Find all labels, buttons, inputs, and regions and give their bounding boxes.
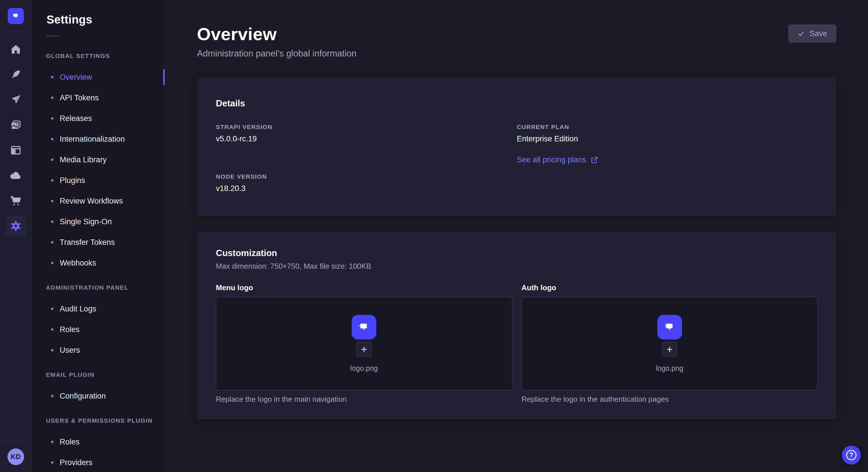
sidebar-item-audit-logs[interactable]: Audit Logs bbox=[32, 299, 164, 319]
sidebar-item-label: API Tokens bbox=[60, 94, 99, 102]
auth-logo-upload: Auth logo + logo.png Replace the logo bbox=[522, 283, 818, 404]
details-right-column: CURRENT PLAN Enterprise Edition See all … bbox=[517, 124, 818, 193]
workspace-logo[interactable] bbox=[0, 0, 31, 32]
sidebar-item-label: Review Workflows bbox=[60, 197, 123, 206]
sidebar-item-email-configuration[interactable]: Configuration bbox=[32, 386, 164, 406]
auth-logo-label: Auth logo bbox=[522, 283, 818, 292]
images-icon[interactable] bbox=[5, 115, 26, 135]
strapi-version-label: STRAPI VERSION bbox=[216, 124, 517, 131]
customization-card-subtitle: Max dimension: 750×750, Max file size: 1… bbox=[216, 262, 818, 271]
menu-logo-label: Menu logo bbox=[216, 283, 513, 292]
sidebar-item-label: Media Library bbox=[60, 156, 107, 164]
active-indicator bbox=[163, 69, 164, 85]
details-card-title: Details bbox=[216, 98, 818, 109]
cart-icon[interactable] bbox=[5, 191, 26, 211]
sidebar-item-single-sign-on[interactable]: Single Sign-On bbox=[32, 211, 164, 232]
strapi-logo-icon bbox=[352, 315, 376, 339]
sidebar-item-label: Providers bbox=[60, 458, 92, 467]
pricing-plans-link-label: See all pricing plans bbox=[517, 156, 586, 164]
user-section: KD bbox=[0, 441, 31, 472]
bullet-icon bbox=[51, 262, 53, 264]
node-version-value: v18.20.3 bbox=[216, 184, 517, 193]
auth-logo-dropzone[interactable]: + logo.png bbox=[522, 297, 818, 390]
page-title: Overview bbox=[197, 25, 356, 43]
sidebar-item-label: Single Sign-On bbox=[60, 217, 112, 226]
sidebar-item-releases[interactable]: Releases bbox=[32, 108, 164, 129]
bullet-icon bbox=[51, 76, 53, 78]
sidebar-item-label: Overview bbox=[60, 73, 92, 82]
current-plan-field: CURRENT PLAN Enterprise Edition bbox=[517, 124, 818, 143]
details-left-column: STRAPI VERSION v5.0.0-rc.19 NODE VERSION… bbox=[216, 124, 517, 193]
section-label-global-settings: GLOBAL SETTINGS bbox=[46, 53, 164, 59]
strapi-version-value: v5.0.0-rc.19 bbox=[216, 134, 517, 143]
sidebar-item-admin-users[interactable]: Users bbox=[32, 340, 164, 361]
sidebar-item-media-library[interactable]: Media Library bbox=[32, 149, 164, 170]
plus-icon: + bbox=[361, 344, 367, 355]
sidebar-item-api-tokens[interactable]: API Tokens bbox=[32, 88, 164, 108]
sidebar-item-review-workflows[interactable]: Review Workflows bbox=[32, 191, 164, 211]
send-icon[interactable] bbox=[5, 90, 26, 110]
page-header: Overview Administration panel’s global i… bbox=[197, 25, 836, 59]
gear-icon[interactable] bbox=[5, 216, 26, 236]
add-logo-button[interactable]: + bbox=[662, 342, 677, 357]
sidebar-item-label: Users bbox=[60, 346, 80, 355]
bullet-icon bbox=[51, 441, 53, 443]
node-version-field: NODE VERSION v18.20.3 bbox=[216, 173, 517, 193]
sidebar-title: Settings bbox=[46, 13, 164, 26]
menu-logo-upload: Menu logo + logo.png Replace the logo bbox=[216, 283, 513, 404]
sidebar-item-transfer-tokens[interactable]: Transfer Tokens bbox=[32, 232, 164, 252]
home-icon[interactable] bbox=[5, 39, 26, 60]
sidebar-item-label: Audit Logs bbox=[60, 305, 96, 313]
layout-icon[interactable] bbox=[5, 140, 26, 161]
sidebar-item-label: Transfer Tokens bbox=[60, 238, 115, 247]
strapi-version-field: STRAPI VERSION v5.0.0-rc.19 bbox=[216, 124, 517, 143]
bullet-icon bbox=[51, 328, 53, 331]
bullet-icon bbox=[51, 200, 53, 202]
bullet-icon bbox=[51, 241, 53, 243]
bullet-icon bbox=[51, 349, 53, 351]
main-content: Overview Administration panel’s global i… bbox=[165, 0, 868, 472]
section-label-users-permissions-plugin: USERS & PERMISSIONS PLUGIN bbox=[46, 417, 164, 424]
sidebar-item-up-roles[interactable]: Roles bbox=[32, 432, 164, 452]
help-button[interactable]: ? bbox=[842, 446, 861, 465]
save-button[interactable]: Save bbox=[788, 25, 836, 42]
bullet-icon bbox=[51, 461, 53, 464]
auth-logo-caption: Replace the logo in the authentication p… bbox=[522, 395, 818, 404]
menu-logo-dropzone[interactable]: + logo.png bbox=[216, 297, 513, 390]
sidebar-item-plugins[interactable]: Plugins bbox=[32, 170, 164, 191]
sidebar-item-up-providers[interactable]: Providers bbox=[32, 452, 164, 472]
strapi-logo-icon bbox=[8, 8, 24, 24]
pricing-plans-link[interactable]: See all pricing plans bbox=[517, 156, 598, 164]
current-plan-label: CURRENT PLAN bbox=[517, 124, 818, 131]
sidebar-item-admin-roles[interactable]: Roles bbox=[32, 319, 164, 340]
check-icon bbox=[797, 30, 805, 37]
cloud-icon[interactable] bbox=[5, 165, 26, 186]
administration-panel-list: Audit Logs Roles Users bbox=[32, 299, 164, 361]
user-avatar[interactable]: KD bbox=[7, 448, 24, 465]
section-label-administration-panel: ADMINISTRATION PANEL bbox=[46, 284, 164, 291]
details-grid: STRAPI VERSION v5.0.0-rc.19 NODE VERSION… bbox=[216, 124, 818, 193]
sidebar-item-label: Releases bbox=[60, 114, 92, 123]
bullet-icon bbox=[51, 138, 53, 140]
sidebar-item-label: Internationalization bbox=[60, 135, 125, 144]
sidebar-item-label: Webhooks bbox=[60, 259, 96, 268]
icon-rail: KD bbox=[0, 0, 32, 472]
feather-icon[interactable] bbox=[5, 64, 26, 85]
save-button-label: Save bbox=[809, 29, 827, 38]
sidebar-item-webhooks[interactable]: Webhooks bbox=[32, 252, 164, 273]
sidebar-item-internationalization[interactable]: Internationalization bbox=[32, 129, 164, 149]
sidebar-item-label: Roles bbox=[60, 438, 80, 446]
logo-upload-grid: Menu logo + logo.png Replace the logo bbox=[216, 283, 818, 404]
bullet-icon bbox=[51, 395, 53, 397]
menu-logo-caption: Replace the logo in the main navigation bbox=[216, 395, 513, 404]
sidebar-item-label: Roles bbox=[60, 325, 80, 334]
strapi-logo-icon bbox=[657, 315, 682, 339]
add-logo-button[interactable]: + bbox=[356, 342, 371, 357]
customization-card: Customization Max dimension: 750×750, Ma… bbox=[197, 231, 836, 419]
users-permissions-list: Roles Providers bbox=[32, 432, 164, 472]
sidebar-item-overview[interactable]: Overview bbox=[32, 67, 164, 88]
bullet-icon bbox=[51, 117, 53, 120]
customization-card-title: Customization bbox=[216, 248, 818, 258]
settings-sidebar: Settings GLOBAL SETTINGS Overview API To… bbox=[32, 0, 165, 472]
sidebar-item-label: Plugins bbox=[60, 176, 85, 185]
